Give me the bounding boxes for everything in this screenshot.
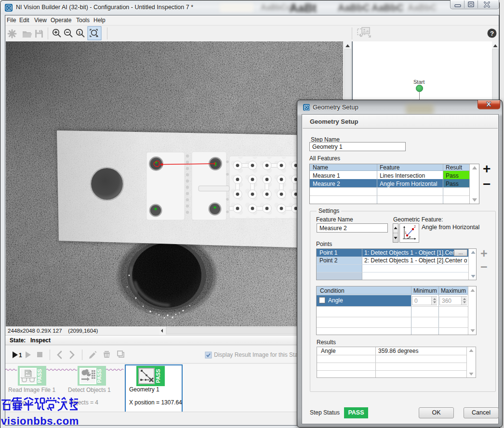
svg-text:PASS: PASS [155,369,161,383]
svg-text:1: 1 [78,30,80,35]
svg-text:2: 2 [414,225,416,228]
svg-text:1: 1 [405,231,407,234]
svg-text:PASS: PASS [37,369,42,383]
svg-text:1: 1 [19,352,22,359]
svg-text:Display Result Image for this: Display Result Image for this State [214,351,299,358]
svg-text:PASS: PASS [96,369,102,383]
svg-text:?: ? [490,30,494,37]
